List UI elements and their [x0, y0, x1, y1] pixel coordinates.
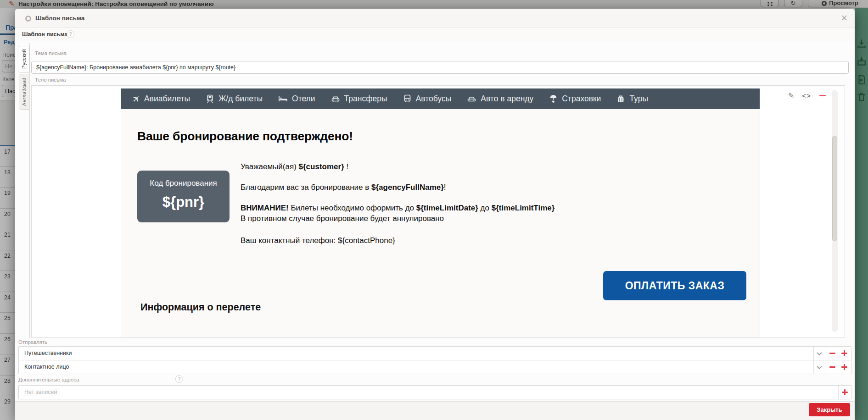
chevron-down-icon — [817, 364, 822, 369]
category-input[interactable]: Нас — [2, 85, 16, 97]
row-number: 17 — [0, 145, 16, 166]
send-row-travellers[interactable]: Путешественники — [18, 346, 851, 360]
code-view-icon[interactable]: <> — [802, 92, 811, 99]
nav-item-rail[interactable]: Ж/д билеты — [206, 94, 263, 104]
help-icon[interactable]: ? — [67, 30, 74, 38]
train-icon — [206, 94, 214, 103]
nav-item-label: Авиабилеты — [144, 94, 190, 104]
add-row-icon[interactable] — [841, 364, 847, 370]
row-actions — [825, 347, 851, 360]
plane-icon: ✈ — [130, 93, 143, 105]
nav-item-label: Отели — [292, 94, 315, 104]
bed-icon — [278, 94, 288, 103]
table-row-numbers: 17 18 19 20 21 22 23 24 25 26 27 28 29 3… — [0, 145, 16, 420]
language-tab-english[interactable]: Английский — [19, 74, 30, 110]
car-icon — [467, 94, 476, 103]
nav-item-label: Трансферы — [344, 94, 387, 104]
table-header-area — [0, 100, 16, 145]
greeting-line: Уважаемый(ая) ${customer} ! — [241, 162, 348, 171]
bus-icon — [403, 94, 412, 103]
send-row-value[interactable]: Контактное лицо — [19, 360, 813, 374]
additional-addresses-placeholder[interactable]: Нет записей — [19, 386, 838, 399]
nav-item-buses[interactable]: Автобусы — [403, 94, 452, 104]
send-row-value[interactable]: Путешественники — [19, 347, 813, 360]
add-address-icon[interactable] — [842, 389, 848, 395]
pnr-card-label: Код бронирования — [137, 179, 230, 188]
nav-item-hotels[interactable]: Отели — [278, 94, 315, 104]
row-number: 22 — [0, 250, 16, 271]
help-icon[interactable]: ? — [175, 375, 183, 383]
import-box-icon[interactable] — [857, 56, 867, 66]
remove-icon[interactable] — [819, 95, 826, 96]
background-tab[interactable]: Пра — [6, 24, 16, 31]
remove-row-icon[interactable] — [829, 353, 835, 354]
nav-item-car-rent[interactable]: Авто в аренду — [467, 94, 533, 104]
preview-button-label: Просмотр — [829, 0, 858, 6]
additional-addresses-label: Дополнительные адреса — [18, 377, 79, 382]
subject-label: Тема письма — [35, 50, 67, 56]
add-row-icon[interactable] — [841, 350, 847, 356]
send-label: Отправлять — [18, 339, 47, 345]
luggage-icon — [616, 94, 625, 103]
row-number: 29 — [0, 396, 16, 417]
thanks-line: Благодарим вас за бронирование в ${agenc… — [241, 183, 446, 192]
search-label: Поис — [2, 52, 16, 58]
background-window-title: Настройки оповещений: Настройка оповещен… — [18, 0, 214, 7]
dropdown-toggle[interactable] — [813, 347, 825, 360]
nav-item-transfers[interactable]: Трансферы — [331, 94, 387, 104]
editor-scrollbar[interactable] — [832, 90, 838, 332]
category-label: Катег — [2, 76, 16, 83]
grid-view-button[interactable] — [761, 0, 779, 7]
preview-eye-icon — [822, 1, 827, 6]
download-icon[interactable] — [857, 39, 867, 49]
dialog-bullet-icon — [25, 16, 31, 22]
search-input[interactable]: Не з — [2, 60, 16, 72]
body-label: Тело письма — [35, 77, 66, 83]
language-tab-russian[interactable]: Русский — [18, 46, 30, 72]
umbrella-icon — [549, 94, 558, 104]
phone-line: Ваш контактный телефон: ${contactPhone} — [241, 236, 395, 245]
dialog-title: Шаблон письма — [35, 15, 84, 22]
background-action-sidebar — [855, 8, 868, 420]
language-tab-label: Английский — [22, 77, 27, 106]
warning-line-2: В противном случае бронирование будет ан… — [241, 214, 444, 223]
pay-order-button[interactable]: ОПЛАТИТЬ ЗАКАЗ — [603, 271, 746, 300]
refresh-icon: ↻ — [791, 0, 796, 6]
nav-item-insurance[interactable]: Страховки — [549, 94, 601, 104]
send-row-contact[interactable]: Контактное лицо — [18, 360, 851, 374]
email-template-preview: ✈ Авиабилеты Ж/д билеты — [121, 88, 760, 337]
file-export-icon[interactable] — [857, 75, 867, 85]
trash-icon[interactable] — [857, 92, 867, 102]
refresh-button[interactable]: ↻ — [784, 0, 802, 7]
background-edit-link[interactable]: Реда — [4, 39, 16, 45]
pnr-code: ${pnr} — [137, 194, 230, 210]
close-icon[interactable]: × — [841, 12, 847, 24]
nav-item-label: Туры — [629, 94, 648, 104]
remove-row-icon[interactable] — [829, 366, 835, 368]
background-window-titlebar: ✎ Настройки оповещений: Настройка оповещ… — [0, 0, 868, 8]
row-actions — [825, 360, 851, 374]
row-number: 26 — [0, 333, 16, 354]
preview-button[interactable]: Просмотр — [808, 0, 868, 7]
email-heading: Ваше бронирование подтверждено! — [137, 129, 353, 144]
additional-addresses-row[interactable]: Нет записей — [18, 385, 851, 399]
row-number: 20 — [0, 208, 16, 229]
row-number: 24 — [0, 292, 16, 313]
edit-icon[interactable]: ✎ — [788, 91, 794, 100]
nav-item-tours[interactable]: Туры — [616, 94, 648, 104]
nav-item-label: Автобусы — [416, 94, 452, 104]
row-number: 23 — [0, 271, 16, 292]
background-side-panel: Пра Реда Поис Не з Катег Нас 17 18 19 20… — [0, 8, 16, 420]
email-body-editor[interactable]: ✈ Авиабилеты Ж/д билеты — [31, 85, 845, 338]
email-template-dialog: Шаблон письма × Шаблон письма ? Русский … — [15, 9, 855, 420]
close-button[interactable]: Закрыть — [809, 403, 850, 416]
dropdown-toggle[interactable] — [813, 360, 825, 374]
tab-email-template[interactable]: Шаблон письма — [22, 31, 67, 38]
panel-left-border — [29, 43, 30, 338]
pnr-card: Код бронирования ${pnr} — [137, 171, 230, 222]
subject-input[interactable] — [31, 61, 849, 74]
nav-item-avia[interactable]: ✈ Авиабилеты — [133, 94, 190, 104]
scrollbar-thumb[interactable] — [832, 136, 837, 241]
nav-item-label: Страховки — [562, 94, 601, 104]
row-number: 19 — [0, 187, 16, 208]
